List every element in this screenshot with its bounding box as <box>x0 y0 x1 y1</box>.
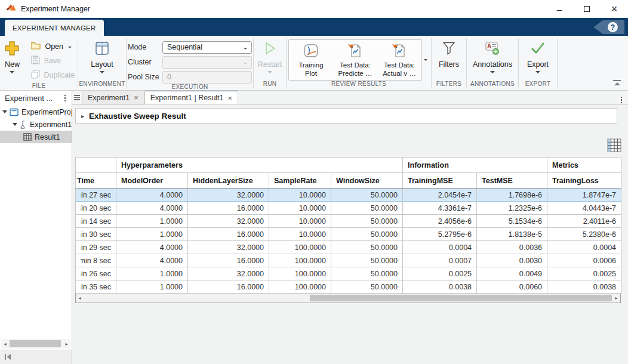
disclosure-triangle-icon[interactable]: ▸ <box>81 113 84 119</box>
training-plot-button[interactable]: Training Plot <box>289 40 333 80</box>
table-cell[interactable]: 10.0000 <box>269 202 331 215</box>
table-cell[interactable]: 50.0000 <box>331 254 403 267</box>
table-row[interactable]: 1 min 35 sec1.000016.0000100.000050.0000… <box>76 280 621 294</box>
tabbar-menu-icon[interactable] <box>72 91 82 104</box>
column-header-testmse[interactable]: TestMSE <box>477 173 547 189</box>
browser-scrollbar-thumb[interactable] <box>10 340 61 347</box>
table-cell[interactable]: 1.0000 <box>116 215 188 228</box>
annotations-button[interactable]: A Annotations <box>469 39 516 75</box>
help-button[interactable]: ? <box>593 20 624 34</box>
table-cell[interactable]: 0.0030 <box>477 254 547 267</box>
table-cell[interactable]: 2.4056e-6 <box>403 215 477 228</box>
table-cell[interactable]: 0.0060 <box>477 280 547 294</box>
column-header-modelorder[interactable]: ModelOrder <box>116 173 188 189</box>
table-row[interactable]: 2 min 29 sec4.000032.0000100.000050.0000… <box>76 241 621 254</box>
tab-experiment1-result1[interactable]: Experiment1 | Result1 × <box>144 90 238 104</box>
table-cell[interactable]: 0.0006 <box>547 254 621 267</box>
maximize-button[interactable] <box>573 0 601 18</box>
table-cell[interactable]: 1.0000 <box>116 267 188 280</box>
table-cell[interactable]: 16.0000 <box>188 254 269 267</box>
table-cell[interactable]: 0 min 20 sec <box>76 202 116 215</box>
table-cell[interactable]: 1 min 26 sec <box>76 267 116 280</box>
table-cell[interactable]: 0.0004 <box>403 241 477 254</box>
table-row[interactable]: 0 min 27 sec4.000032.000010.000050.00002… <box>76 189 621 202</box>
result-section-header[interactable]: ▸ Exhaustive Sweep Result <box>75 108 617 124</box>
table-cell[interactable]: 2.0454e-7 <box>403 189 477 202</box>
tree-item-result[interactable]: Result1 <box>0 131 72 143</box>
table-row[interactable]: 1 min 26 sec1.000032.0000100.000050.0000… <box>76 267 621 280</box>
save-button[interactable]: Save <box>29 54 77 68</box>
table-scroll-left-icon[interactable]: ◂ <box>76 295 84 301</box>
tab-experiment1-close-icon[interactable]: × <box>134 93 138 102</box>
table-cell[interactable]: 1.7698e-6 <box>477 189 547 202</box>
table-cell[interactable]: 4.0443e-7 <box>547 202 621 215</box>
table-scroll-right-icon[interactable]: ▸ <box>612 295 620 301</box>
table-cell[interactable]: 10.0000 <box>269 189 331 202</box>
table-cell[interactable]: 1 min 35 sec <box>76 280 116 294</box>
table-cell[interactable]: 0 min 14 sec <box>76 215 116 228</box>
mode-select[interactable]: Sequential <box>162 41 252 54</box>
table-cell[interactable]: 4.0000 <box>116 202 188 215</box>
table-cell[interactable]: 2 min 29 sec <box>76 241 116 254</box>
table-cell[interactable]: 50.0000 <box>331 228 403 241</box>
table-horizontal-scrollbar[interactable]: ◂ ▸ <box>75 294 621 303</box>
test-data-predicted-button[interactable]: Test Data: Predicte … <box>333 40 377 80</box>
table-cell[interactable]: 50.0000 <box>331 267 403 280</box>
table-cell[interactable]: 0.0025 <box>403 267 477 280</box>
column-header-trainingmse[interactable]: TrainingMSE <box>403 173 477 189</box>
tree-item-experiment[interactable]: Experiment1 <box>0 118 72 131</box>
table-cell[interactable]: 0.0038 <box>403 280 477 294</box>
table-cell[interactable]: 0.0007 <box>403 254 477 267</box>
table-cell[interactable]: 16.0000 <box>188 280 269 294</box>
table-cell[interactable]: 5.1534e-6 <box>477 215 547 228</box>
test-data-actual-button[interactable]: Test Data: Actual v … <box>377 40 421 80</box>
restart-button[interactable]: Restart <box>254 39 286 75</box>
scroll-right-icon[interactable]: ▸ <box>63 341 70 347</box>
table-cell[interactable]: 1.0000 <box>116 228 188 241</box>
minimize-button[interactable]: – <box>546 0 573 18</box>
table-cell[interactable]: 10.0000 <box>269 215 331 228</box>
table-row[interactable]: 2 min 8 sec4.000016.0000100.000050.00000… <box>76 254 621 267</box>
table-cell[interactable]: 50.0000 <box>331 215 403 228</box>
cluster-select[interactable] <box>162 56 252 69</box>
browser-menu-button[interactable] <box>62 94 69 103</box>
table-cell[interactable]: 0.0036 <box>477 241 547 254</box>
table-cell[interactable]: 5.2795e-6 <box>403 228 477 241</box>
gallery-dropdown-button[interactable] <box>422 39 429 78</box>
new-button[interactable]: New <box>0 39 24 75</box>
table-cell[interactable]: 100.0000 <box>269 241 331 254</box>
tab-experiment1-result1-close-icon[interactable]: × <box>228 94 233 103</box>
table-cell[interactable]: 50.0000 <box>331 202 403 215</box>
table-cell[interactable]: 50.0000 <box>331 280 403 294</box>
scroll-left-icon[interactable]: ◂ <box>1 341 9 347</box>
table-cell[interactable]: 10.0000 <box>269 228 331 241</box>
column-header-time[interactable]: Time <box>76 173 116 189</box>
table-cell[interactable]: 0.0049 <box>477 267 547 280</box>
table-row[interactable]: 0 min 14 sec1.000032.000010.000050.00002… <box>76 215 621 228</box>
column-header-trainingloss[interactable]: TrainingLoss <box>547 173 621 189</box>
table-cell[interactable]: 32.0000 <box>188 241 269 254</box>
tree-item-project[interactable]: ExperimentProje <box>0 106 72 118</box>
column-header-windowsize[interactable]: WindowSize <box>331 173 403 189</box>
table-cell[interactable]: 0.0025 <box>547 267 621 280</box>
table-cell[interactable]: 5.2380e-6 <box>547 228 621 241</box>
pool-size-input[interactable]: 0 <box>162 71 252 84</box>
table-cell[interactable]: 32.0000 <box>188 189 269 202</box>
table-cell[interactable]: 4.3361e-7 <box>403 202 477 215</box>
duplicate-button[interactable]: Duplicate <box>29 68 77 82</box>
table-cell[interactable]: 4.0000 <box>116 189 188 202</box>
table-cell[interactable]: 0.0038 <box>547 280 621 294</box>
table-cell[interactable]: 100.0000 <box>269 267 331 280</box>
project-expand-caret-icon[interactable] <box>2 110 7 113</box>
collapse-ribbon-button[interactable] <box>613 80 621 85</box>
tabbar-overflow-button[interactable] <box>618 95 625 105</box>
column-header-samplerate[interactable]: SampleRate <box>269 173 331 189</box>
choose-columns-button[interactable] <box>607 138 621 155</box>
table-cell[interactable]: 0 min 30 sec <box>76 228 116 241</box>
layout-button[interactable]: Layout <box>87 39 118 75</box>
table-cell[interactable]: 100.0000 <box>269 254 331 267</box>
table-cell[interactable]: 32.0000 <box>188 215 269 228</box>
table-cell[interactable]: 32.0000 <box>188 267 269 280</box>
experiment-expand-caret-icon[interactable] <box>13 123 17 126</box>
export-button[interactable]: Export <box>523 39 553 75</box>
